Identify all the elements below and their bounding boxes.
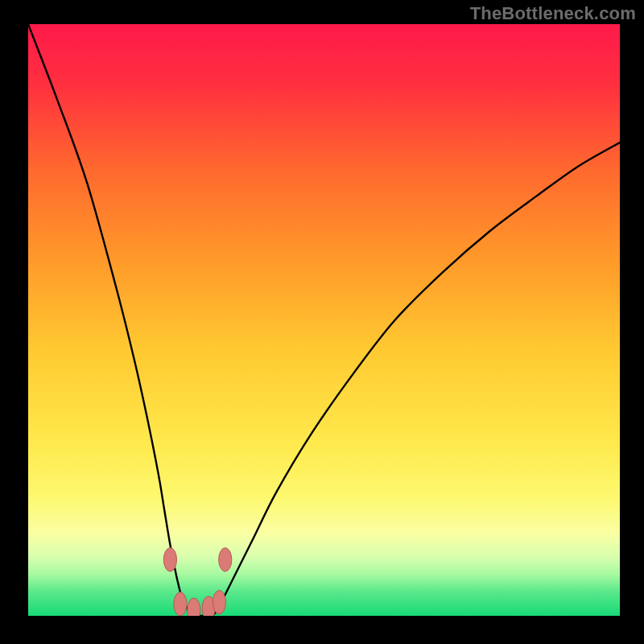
bottleneck-chart	[28, 24, 620, 616]
gradient-background	[28, 24, 620, 616]
watermark-text: TheBottleneck.com	[470, 3, 636, 24]
bead-marker	[163, 547, 176, 571]
stage: TheBottleneck.com	[0, 0, 644, 644]
bead-marker	[174, 592, 187, 616]
bead-marker	[213, 590, 225, 613]
chart-plot-area	[28, 24, 620, 616]
bead-marker	[188, 598, 200, 616]
bead-marker	[219, 547, 232, 571]
